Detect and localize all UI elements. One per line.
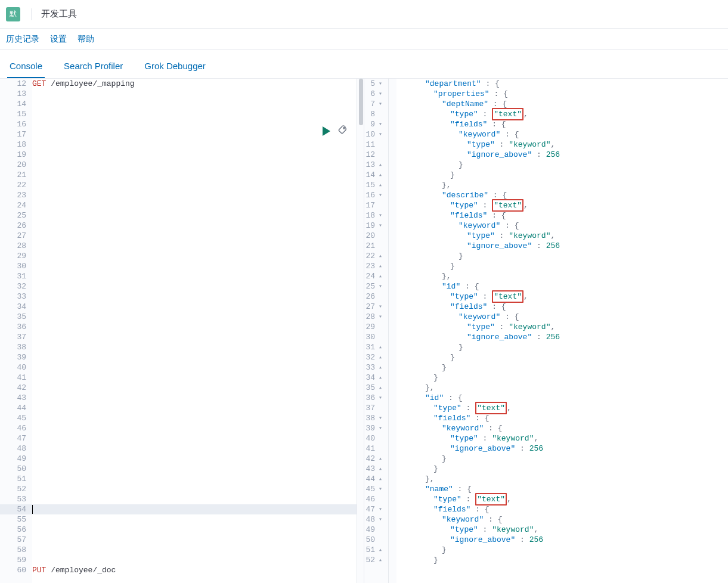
code-line[interactable] bbox=[32, 231, 357, 241]
code-line[interactable] bbox=[32, 99, 357, 109]
code-line[interactable] bbox=[32, 545, 357, 555]
code-line[interactable] bbox=[32, 312, 357, 322]
code-line[interactable] bbox=[32, 403, 357, 413]
code-line[interactable] bbox=[32, 129, 357, 139]
code-line[interactable] bbox=[32, 413, 357, 423]
response-line: "keyword" : { bbox=[400, 129, 728, 139]
line-number: 31▴ bbox=[364, 342, 388, 352]
code-line[interactable] bbox=[32, 454, 357, 464]
code-line[interactable] bbox=[32, 474, 357, 484]
line-number: 45▾ bbox=[364, 484, 388, 494]
tab-grok-debugger[interactable]: Grok Debugger bbox=[142, 61, 208, 78]
menu-settings[interactable]: 设置 bbox=[50, 34, 67, 45]
response-line: "ignore_above" : 256 bbox=[400, 332, 728, 342]
response-line: "type" : "text", bbox=[400, 494, 728, 504]
line-number: 10▾ bbox=[364, 129, 388, 139]
code-line[interactable] bbox=[32, 261, 357, 271]
response-fold-gutter bbox=[388, 79, 396, 583]
request-toolbar bbox=[323, 125, 347, 137]
code-line[interactable] bbox=[32, 109, 357, 119]
code-line[interactable] bbox=[32, 210, 357, 221]
response-line: "type" : "keyword", bbox=[400, 525, 728, 535]
line-number: 50 bbox=[364, 535, 388, 545]
tab-console[interactable]: Console bbox=[7, 61, 45, 78]
code-line[interactable] bbox=[32, 484, 357, 494]
code-line[interactable] bbox=[32, 89, 357, 99]
line-number: 43 bbox=[0, 393, 32, 403]
code-line[interactable] bbox=[32, 514, 357, 525]
code-line[interactable] bbox=[32, 373, 357, 383]
tab-search-profiler[interactable]: Search Profiler bbox=[61, 61, 125, 78]
code-line[interactable]: GET /employee/_mapping bbox=[32, 79, 357, 89]
title-separator bbox=[31, 8, 32, 20]
code-line[interactable] bbox=[32, 433, 357, 444]
code-line[interactable] bbox=[32, 444, 357, 454]
scrollbar-thumb[interactable] bbox=[359, 79, 363, 125]
code-line[interactable] bbox=[32, 393, 357, 403]
response-line: "fields" : { bbox=[400, 210, 728, 221]
response-line: }, bbox=[400, 271, 728, 281]
line-number: 24 bbox=[0, 200, 32, 210]
response-line: "ignore_above" : 256 bbox=[400, 535, 728, 545]
code-line[interactable] bbox=[32, 119, 357, 129]
line-number: 52▴ bbox=[364, 555, 388, 565]
code-line[interactable] bbox=[32, 342, 357, 352]
code-line[interactable] bbox=[32, 525, 357, 535]
code-line[interactable] bbox=[32, 535, 357, 545]
line-number: 18▾ bbox=[364, 210, 388, 221]
code-line[interactable] bbox=[32, 504, 357, 514]
response-viewer[interactable]: "department" : {"properties" : {"deptNam… bbox=[396, 79, 728, 583]
send-request-icon[interactable] bbox=[323, 126, 330, 136]
line-number: 30 bbox=[364, 332, 388, 342]
code-line[interactable] bbox=[32, 170, 357, 180]
code-line[interactable] bbox=[32, 271, 357, 281]
response-line: }, bbox=[400, 474, 728, 484]
code-line[interactable] bbox=[32, 383, 357, 393]
code-line[interactable] bbox=[32, 332, 357, 342]
code-line[interactable]: PUT /employee/_doc bbox=[32, 565, 357, 575]
code-line[interactable] bbox=[32, 150, 357, 160]
line-number: 28▾ bbox=[364, 312, 388, 322]
code-line[interactable] bbox=[32, 555, 357, 565]
response-line: "properties" : { bbox=[400, 89, 728, 99]
code-line[interactable] bbox=[32, 200, 357, 210]
line-number: 16 bbox=[0, 119, 32, 129]
line-number: 51 bbox=[0, 474, 32, 484]
line-number: 34 bbox=[0, 302, 32, 312]
code-line[interactable] bbox=[32, 292, 357, 302]
code-line[interactable] bbox=[32, 352, 357, 362]
line-number: 29 bbox=[0, 251, 32, 261]
menu-history[interactable]: 历史记录 bbox=[6, 34, 39, 45]
line-number: 60 bbox=[0, 565, 32, 575]
code-line[interactable] bbox=[32, 322, 357, 332]
line-number: 20 bbox=[0, 160, 32, 170]
line-number: 49 bbox=[0, 454, 32, 464]
code-line[interactable] bbox=[32, 464, 357, 474]
response-line: "describe" : { bbox=[400, 190, 728, 200]
code-line[interactable] bbox=[32, 180, 357, 190]
code-line[interactable] bbox=[32, 494, 357, 504]
code-line[interactable] bbox=[32, 190, 357, 200]
code-line[interactable] bbox=[32, 362, 357, 373]
code-line[interactable] bbox=[32, 139, 357, 150]
code-line[interactable] bbox=[32, 251, 357, 261]
line-number: 14 bbox=[0, 99, 32, 109]
line-number: 22▴ bbox=[364, 251, 388, 261]
code-line[interactable] bbox=[32, 160, 357, 170]
menu-help[interactable]: 帮助 bbox=[78, 34, 94, 45]
request-editor[interactable]: GET /employee/_mappingPUT /employee/_doc bbox=[32, 79, 357, 583]
code-line[interactable] bbox=[32, 281, 357, 292]
line-number: 37 bbox=[364, 403, 388, 413]
line-number: 40 bbox=[0, 362, 32, 373]
code-line[interactable] bbox=[32, 423, 357, 433]
request-options-icon[interactable] bbox=[337, 125, 347, 137]
app-logo: 默 bbox=[6, 7, 20, 21]
line-number: 53 bbox=[0, 494, 32, 504]
code-line[interactable] bbox=[32, 221, 357, 231]
code-line[interactable] bbox=[32, 241, 357, 251]
response-line: } bbox=[400, 342, 728, 352]
title-bar: 默 开发工具 bbox=[0, 0, 728, 29]
response-line: "ignore_above" : 256 bbox=[400, 241, 728, 251]
code-line[interactable] bbox=[32, 302, 357, 312]
line-number: 21 bbox=[0, 170, 32, 180]
